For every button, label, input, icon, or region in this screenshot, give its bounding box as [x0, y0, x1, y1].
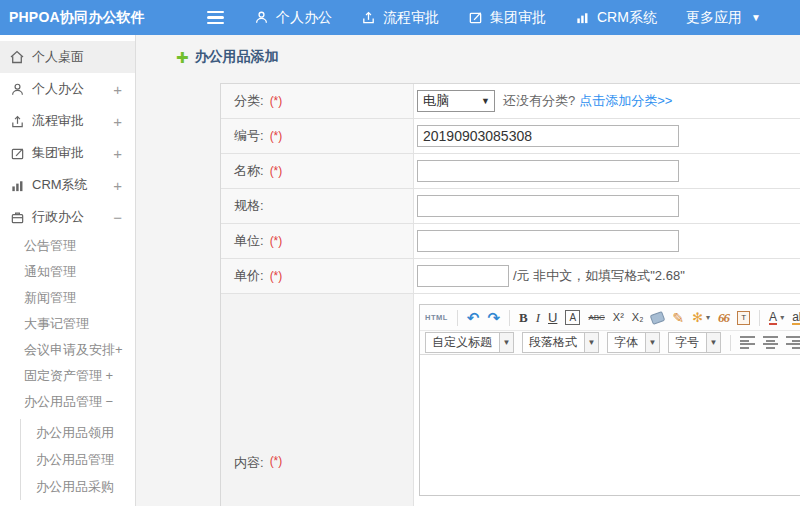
required-mark: (*) [270, 269, 283, 283]
name-input[interactable] [417, 160, 679, 182]
sidebar-item-personal-office[interactable]: 个人办公 + [0, 73, 135, 105]
price-format-hint: /元 非中文，如填写格式"2.68" [513, 267, 685, 285]
align-left-button[interactable] [740, 336, 755, 349]
sidebar-item-meeting-request[interactable]: 会议申请及安排+ [0, 337, 135, 363]
expand-plus[interactable]: + [113, 113, 122, 130]
sidebar-submenu-admin: 公告管理 通知管理 新闻管理 大事记管理 会议申请及安排+ 固定资产管理 + 办… [0, 233, 135, 500]
row-content: 内容: (*) HTML ↶ ↷ B I U A ABC X² X₂ [221, 294, 800, 506]
sidebar-subsubmenu-office-supplies: 办公用品领用 办公用品管理 办公用品采购 [20, 419, 135, 500]
required-mark: (*) [270, 454, 283, 468]
row-category: 分类: (*) 电脑 ▼ 还没有分类? 点击添加分类>> [221, 84, 800, 119]
spec-label: 规格: [234, 197, 264, 215]
sidebar-item-notice-mgmt[interactable]: 通知管理 [0, 259, 135, 285]
strikethrough-button[interactable]: ABC [588, 314, 604, 322]
sidebar-item-supplies-manage[interactable]: 办公用品管理 [21, 446, 135, 473]
align-right-button[interactable] [786, 336, 800, 349]
share-arrow-icon [9, 113, 25, 129]
toolbar-separator [509, 310, 510, 326]
editor-toolbar-row1: HTML ↶ ↷ B I U A ABC X² X₂ ✎ ✻▾ [420, 305, 800, 331]
eraser-icon[interactable] [651, 313, 664, 323]
category-select[interactable]: 电脑 ▼ [417, 90, 495, 112]
redo-button[interactable]: ↷ [487, 310, 500, 325]
subscript-button[interactable]: X₂ [632, 312, 644, 323]
nav-personal-office[interactable]: 个人办公 [254, 9, 332, 27]
toolbar-separator [759, 310, 760, 326]
font-size-select[interactable]: 字号 ▼ [668, 332, 721, 353]
chevron-down-icon: ▼ [645, 333, 659, 352]
add-category-link[interactable]: 点击添加分类>> [579, 92, 672, 110]
bar-chart-icon [9, 177, 25, 193]
chevron-down-icon: ▼ [499, 333, 513, 352]
sidebar-item-group-approval[interactable]: 集团审批 + [0, 137, 135, 169]
row-spec: 规格: [221, 189, 800, 224]
chevron-down-icon: ▼ [584, 333, 598, 352]
font-family-select[interactable]: 字体 ▼ [607, 332, 660, 353]
highlight-color-button[interactable]: ab▾ [792, 311, 800, 325]
chevron-down-icon: ▾ [706, 314, 710, 322]
price-input[interactable] [417, 265, 509, 287]
user-icon [254, 10, 269, 25]
category-label: 分类: [234, 92, 264, 110]
nav-more-apps[interactable]: 更多应用 ▼ [686, 9, 761, 27]
sidebar: 个人桌面 个人办公 + 流程审批 + 集团审批 + [0, 35, 136, 506]
code-label: 编号: [234, 127, 264, 145]
nav-workflow-approval[interactable]: 流程审批 [361, 9, 439, 27]
code-input[interactable] [417, 125, 679, 147]
spec-input[interactable] [417, 195, 679, 217]
editor-content-area[interactable] [420, 355, 800, 495]
hamburger-menu-icon[interactable] [203, 7, 228, 29]
required-mark: (*) [270, 164, 283, 178]
sidebar-item-workflow-approval[interactable]: 流程审批 + [0, 105, 135, 137]
chevron-down-icon: ▼ [481, 96, 494, 106]
font-color-button[interactable]: A▾ [769, 311, 784, 325]
expand-plus[interactable]: + [113, 81, 122, 98]
chevron-down-icon: ▼ [751, 12, 761, 23]
price-label: 单价: [234, 267, 264, 285]
nav-crm[interactable]: CRM系统 [575, 9, 657, 27]
unit-input[interactable] [417, 230, 679, 252]
nav-group-approval[interactable]: 集团审批 [468, 9, 546, 27]
sidebar-item-admin-office[interactable]: 行政办公 − [0, 201, 135, 233]
expand-minus[interactable]: − [113, 209, 122, 226]
magic-wand-icon[interactable]: ✻▾ [692, 311, 710, 324]
toolbar-separator [457, 310, 458, 326]
blockquote-button[interactable]: 66 [718, 311, 729, 324]
plus-icon: ✚ [176, 50, 189, 65]
source-code-button[interactable]: HTML [425, 314, 448, 322]
sidebar-item-fixed-assets-mgmt[interactable]: 固定资产管理 + [0, 363, 135, 389]
sidebar-item-events-mgmt[interactable]: 大事记管理 [0, 311, 135, 337]
required-mark: (*) [270, 234, 283, 248]
sidebar-item-personal-desktop[interactable]: 个人桌面 [0, 41, 135, 73]
home-icon [9, 49, 25, 65]
format-brush-icon[interactable]: ✎ [672, 311, 684, 325]
edit-icon [468, 10, 483, 25]
paragraph-format-select[interactable]: 段落格式 ▼ [522, 332, 599, 353]
chevron-down-icon: ▾ [780, 314, 784, 322]
bold-button[interactable]: B [519, 311, 528, 324]
briefcase-icon [9, 209, 25, 225]
bar-chart-icon [575, 10, 590, 25]
italic-button[interactable]: I [536, 311, 540, 324]
toolbar-separator [730, 335, 731, 351]
sidebar-item-news-mgmt[interactable]: 新闻管理 [0, 285, 135, 311]
sidebar-item-crm[interactable]: CRM系统 + [0, 169, 135, 201]
heading-select[interactable]: 自定义标题 ▼ [425, 332, 514, 353]
align-center-button[interactable] [763, 336, 778, 349]
undo-button[interactable]: ↶ [467, 310, 480, 325]
name-label: 名称: [234, 162, 264, 180]
expand-plus[interactable]: + [113, 177, 122, 194]
category-hint: 还没有分类? [503, 92, 575, 110]
chevron-down-icon: ▼ [706, 333, 720, 352]
sidebar-item-announcement-mgmt[interactable]: 公告管理 [0, 233, 135, 259]
font-style-button[interactable]: A [565, 310, 580, 325]
sidebar-item-supplies-purchase[interactable]: 办公用品采购 [21, 473, 135, 500]
sidebar-item-office-supplies-mgmt[interactable]: 办公用品管理 − [0, 389, 135, 415]
rich-text-editor: HTML ↶ ↷ B I U A ABC X² X₂ ✎ ✻▾ [419, 304, 800, 496]
paste-icon[interactable]: T [737, 311, 750, 325]
row-code: 编号: (*) [221, 119, 800, 154]
underline-button[interactable]: U [548, 311, 557, 324]
page-title: ✚ 办公用品添加 [176, 48, 279, 66]
superscript-button[interactable]: X² [613, 312, 624, 323]
sidebar-item-supplies-claim[interactable]: 办公用品领用 [21, 419, 135, 446]
expand-plus[interactable]: + [113, 145, 122, 162]
